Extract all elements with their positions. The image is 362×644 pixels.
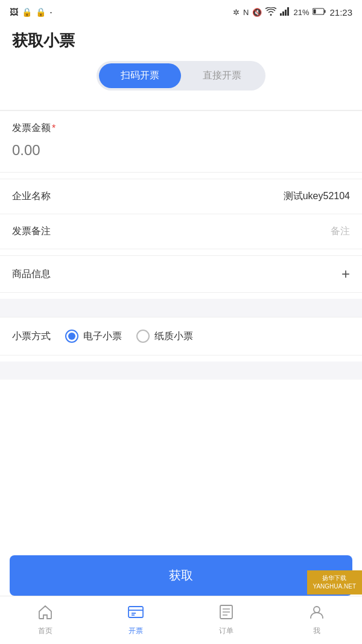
company-field-row: 企业名称 测试ukey52104 — [0, 179, 362, 214]
lock2-icon: 🔒 — [36, 7, 46, 17]
product-section[interactable]: 商品信息 + — [0, 255, 362, 293]
page-title-bar: 获取小票 — [0, 24, 362, 61]
time-display: 21:23 — [329, 7, 352, 18]
lock-icon: 🔒 — [22, 7, 32, 17]
svg-rect-3 — [287, 7, 289, 16]
tab-toggle: 扫码开票 直接开票 — [97, 61, 265, 91]
receipt-section: 小票方式 电子小票 纸质小票 — [0, 317, 362, 355]
nav-invoice[interactable]: 开票 — [118, 604, 154, 636]
receipt-label: 小票方式 — [12, 330, 51, 343]
battery-icon — [313, 8, 326, 17]
watermark-line1: 扬华下载 — [313, 574, 357, 582]
nav-order-label: 订单 — [219, 626, 233, 636]
remark-label: 发票备注 — [12, 225, 51, 238]
status-bar: 🖼 🔒 🔒 · ✲ N 🔇 21% — [0, 0, 362, 24]
watermark-line2: YANGHUA.NET — [313, 582, 357, 591]
nav-invoice-label: 开票 — [129, 626, 143, 636]
mute-icon: 🔇 — [252, 8, 262, 17]
submit-button[interactable]: 获取 — [10, 555, 352, 596]
receipt-option2-text: 纸质小票 — [154, 330, 193, 343]
receipt-option-paper[interactable]: 纸质小票 — [136, 330, 193, 343]
status-right-icons: ✲ N 🔇 21% 21 — [233, 7, 352, 18]
remark-field-row[interactable]: 发票备注 备注 — [0, 214, 362, 249]
page-title: 获取小票 — [12, 31, 75, 49]
dot-icon: · — [49, 6, 52, 19]
svg-rect-7 — [129, 607, 143, 617]
required-star: * — [52, 123, 56, 134]
receipt-option1-text: 电子小票 — [83, 330, 122, 343]
signal-icon — [280, 7, 290, 18]
profile-icon — [309, 604, 325, 623]
svg-rect-0 — [280, 13, 282, 16]
receipt-option-electronic[interactable]: 电子小票 — [65, 330, 122, 343]
radio-electronic-icon[interactable] — [65, 330, 78, 343]
tab-scan[interactable]: 扫码开票 — [99, 63, 181, 88]
tab-direct[interactable]: 直接开票 — [181, 63, 263, 88]
invoice-icon — [127, 604, 144, 623]
battery-percentage: 21% — [293, 8, 309, 17]
watermark: 扬华下载 YANGHUA.NET — [307, 570, 363, 595]
svg-rect-2 — [285, 10, 287, 16]
radio-paper-icon[interactable] — [136, 330, 150, 343]
status-left-icons: 🖼 🔒 🔒 · — [10, 6, 52, 19]
svg-rect-5 — [325, 10, 326, 13]
home-icon — [37, 604, 53, 623]
amount-section: 发票金额 * — [0, 110, 362, 173]
nav-profile-label: 我 — [313, 626, 320, 636]
svg-rect-1 — [282, 11, 284, 16]
nfc-icon: N — [243, 8, 249, 17]
add-product-icon[interactable]: + — [341, 267, 350, 281]
photo-icon: 🖼 — [10, 7, 18, 17]
order-icon — [219, 604, 233, 623]
wifi-icon — [265, 7, 276, 18]
nav-profile[interactable]: 我 — [299, 604, 335, 636]
nav-home[interactable]: 首页 — [27, 604, 63, 636]
company-label: 企业名称 — [12, 190, 51, 203]
svg-point-15 — [314, 607, 320, 613]
remark-placeholder: 备注 — [331, 225, 350, 238]
company-section: 企业名称 测试ukey52104 发票备注 备注 — [0, 179, 362, 249]
amount-label: 发票金额 * — [12, 122, 350, 135]
bottom-nav: 首页 开票 订单 — [0, 596, 362, 644]
bluetooth-icon: ✲ — [233, 8, 240, 17]
product-label: 商品信息 — [12, 268, 51, 281]
amount-field: 发票金额 * — [0, 111, 362, 172]
amount-input[interactable] — [12, 139, 350, 161]
svg-rect-6 — [314, 9, 316, 13]
company-value: 测试ukey52104 — [284, 190, 350, 203]
nav-home-label: 首页 — [38, 626, 52, 636]
nav-order[interactable]: 订单 — [208, 604, 244, 636]
